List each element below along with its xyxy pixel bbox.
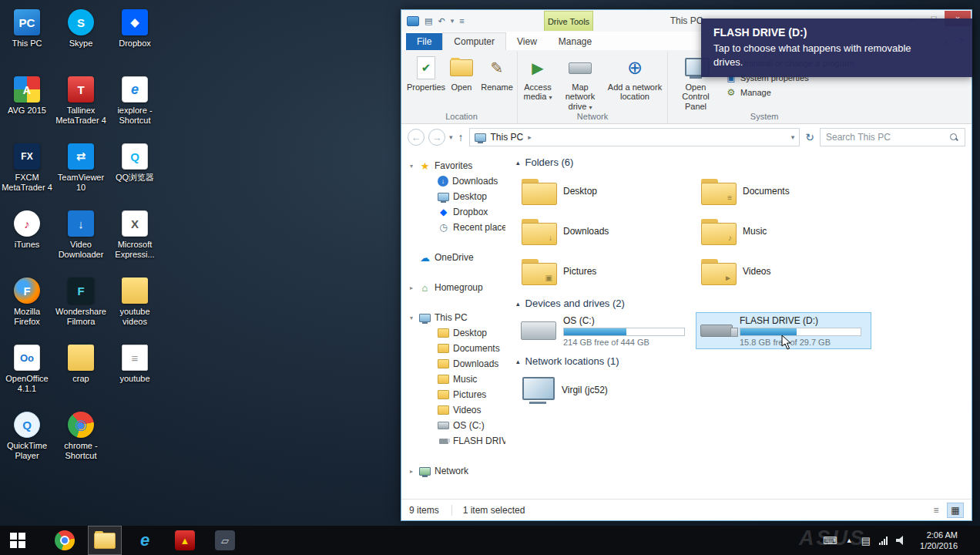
desktop-app-glyph: ◉ xyxy=(75,416,87,433)
nav-item[interactable]: FLASH DRIVE (D xyxy=(401,433,505,449)
desktop-icon[interactable]: e iexplore - Shortcut xyxy=(108,72,162,139)
desktop-icon[interactable]: ↓ Video Downloader xyxy=(54,206,108,273)
taskbar-explorer-button[interactable] xyxy=(88,526,122,555)
desktop-icon[interactable]: crap xyxy=(54,340,108,407)
desktop-icon[interactable]: ⇄ TeamViewer 10 xyxy=(54,139,108,206)
desktop-icon[interactable]: ◆ Dropbox xyxy=(108,5,162,72)
recent-locations-icon[interactable]: ▾ xyxy=(449,133,453,141)
folder-tile[interactable]: ↓ Downloads xyxy=(516,211,692,251)
qat-customize-dropdown-icon[interactable]: ▾ xyxy=(451,17,455,25)
properties-button[interactable]: ✔ Properties xyxy=(408,52,444,92)
folder-tile[interactable]: ≡ Documents xyxy=(696,171,871,211)
search-input[interactable] xyxy=(826,132,945,143)
expander-icon[interactable]: ▾ xyxy=(408,314,415,321)
keyboard-icon[interactable]: ⌨ xyxy=(823,535,837,547)
nav-item[interactable]: Desktop xyxy=(401,325,505,341)
drive-tile[interactable]: OS (C:) 214 GB free of 444 GB xyxy=(516,312,692,349)
nav-item[interactable]: OS (C:) xyxy=(401,418,505,433)
tiles-view-button[interactable]: ▦ xyxy=(947,503,964,518)
taskbar-metatrader-button[interactable]: ▲ xyxy=(168,526,202,555)
display-icon[interactable]: ▤ xyxy=(861,535,871,547)
collapse-group-icon[interactable]: ▴ xyxy=(516,300,520,308)
desktop-icon[interactable]: youtube videos xyxy=(108,273,162,340)
folder-tile[interactable]: Desktop xyxy=(516,171,692,211)
search-icon[interactable] xyxy=(949,133,959,143)
desktop-icon[interactable]: A AVG 2015 xyxy=(0,72,54,139)
taskbar-app-button[interactable]: ▱ xyxy=(208,526,242,555)
desktop-app-icon: ♪ xyxy=(14,210,40,237)
collapse-group-icon[interactable]: ▴ xyxy=(516,159,520,166)
add-network-location-button[interactable]: ⊕ Add a network location xyxy=(605,52,665,102)
up-button[interactable]: ↑ xyxy=(457,131,465,143)
drive-tile[interactable]: FLASH DRIVE (D:) 15.8 GB free of 29.7 GB xyxy=(696,312,871,349)
map-network-drive-button[interactable]: Map network drive ▾ xyxy=(555,52,605,112)
nav-item[interactable]: Documents xyxy=(401,341,505,356)
nav-item[interactable]: ▸ ⌂ Homegroup xyxy=(401,280,505,295)
taskbar-ie-button[interactable]: e xyxy=(128,526,162,555)
collapse-group-icon[interactable]: ▴ xyxy=(516,358,520,365)
desktop-icon[interactable]: Q QQ浏览器 xyxy=(108,139,162,206)
desktop-icon[interactable]: F Wondershare Filmora xyxy=(54,273,108,340)
forward-button[interactable]: → xyxy=(428,129,445,146)
ribbon-tab[interactable]: Manage xyxy=(548,33,602,50)
breadcrumb[interactable]: This PC xyxy=(491,132,524,143)
open-button[interactable]: Open xyxy=(444,52,479,92)
nav-item[interactable]: ☁ OneDrive xyxy=(401,250,505,265)
nav-item[interactable]: ▸ Network xyxy=(401,463,505,479)
nav-item[interactable]: ▾ ★ Favorites xyxy=(401,158,505,173)
ribbon-tab[interactable]: View xyxy=(506,33,548,50)
taskbar-chrome-button[interactable] xyxy=(48,526,82,555)
start-button[interactable] xyxy=(0,526,35,555)
desktop-icon[interactable]: ≡ youtube xyxy=(108,340,162,407)
nav-item[interactable]: ↓ Downloads xyxy=(401,173,505,189)
access-media-button[interactable]: ▶ Access media ▾ xyxy=(520,52,555,102)
nav-item[interactable]: Music xyxy=(401,372,505,387)
desktop-icon[interactable]: ◉ chrome - Shortcut xyxy=(54,407,108,474)
expander-icon[interactable]: ▸ xyxy=(408,284,415,291)
back-button[interactable]: ← xyxy=(408,129,425,146)
taskbar-clock[interactable]: 2:06 AM 1/20/2016 xyxy=(920,530,958,552)
address-field[interactable]: This PC ▸ ▾ xyxy=(469,128,800,146)
nav-item[interactable]: ◷ Recent places xyxy=(401,220,505,235)
desktop-icon[interactable]: FX FXCM MetaTrader 4 xyxy=(0,139,54,206)
group-header-folders[interactable]: ▴ Folders (6) xyxy=(516,156,961,168)
show-hidden-icons-button[interactable]: ▲ xyxy=(846,536,853,544)
nav-item[interactable]: Downloads xyxy=(401,356,505,372)
qat-properties-icon[interactable]: ▤ xyxy=(425,16,432,26)
desktop-icon[interactable]: Oo OpenOffice 4.1.1 xyxy=(0,340,54,407)
expander-icon[interactable]: ▸ xyxy=(408,468,415,475)
desktop-icon[interactable]: F Mozilla Firefox xyxy=(0,273,54,340)
network-icon[interactable] xyxy=(879,536,888,545)
nav-item[interactable]: ◆ Dropbox xyxy=(401,204,505,220)
desktop-icon[interactable]: S Skype xyxy=(54,5,108,72)
nav-item[interactable]: Videos xyxy=(401,402,505,418)
qat-undo-icon[interactable]: ↶ xyxy=(438,16,445,26)
desktop-icon[interactable]: T Tallinex MetaTrader 4 xyxy=(54,72,108,139)
breadcrumb-arrow-icon[interactable]: ▸ xyxy=(528,133,532,141)
details-view-button[interactable]: ≡ xyxy=(928,503,945,518)
desktop-icon[interactable]: Q QuickTime Player xyxy=(0,407,54,474)
group-header-network[interactable]: ▴ Network locations (1) xyxy=(516,355,961,367)
manage-button[interactable]: ⚙ Manage xyxy=(726,87,854,98)
qat-menu-icon[interactable]: ≡ xyxy=(459,16,464,25)
address-dropdown-icon[interactable]: ▾ xyxy=(791,133,795,141)
drive-tools-contextual-tab[interactable]: Drive Tools xyxy=(544,11,593,31)
expander-icon[interactable]: ▾ xyxy=(408,163,415,170)
volume-icon[interactable] xyxy=(896,536,907,545)
folder-tile[interactable]: ♪ Music xyxy=(696,211,871,251)
nav-item[interactable]: ▾ This PC xyxy=(401,310,505,325)
desktop-icon[interactable]: ♪ iTunes xyxy=(0,206,54,273)
group-header-devices[interactable]: ▴ Devices and drives (2) xyxy=(516,298,961,309)
removable-drive-notification[interactable]: FLASH DRIVE (D:) Tap to choose what happ… xyxy=(701,18,972,77)
folder-tile[interactable]: ► Videos xyxy=(696,251,871,291)
rename-button[interactable]: ✎ Rename xyxy=(479,52,515,92)
refresh-icon[interactable]: ↻ xyxy=(804,131,816,143)
ribbon-tab[interactable]: File xyxy=(406,33,442,50)
network-location-tile[interactable]: Virgil (jc52) xyxy=(516,370,692,410)
nav-item[interactable]: Pictures xyxy=(401,387,505,402)
nav-item[interactable]: Desktop xyxy=(401,189,505,204)
desktop-icon[interactable]: PC This PC xyxy=(0,5,54,72)
folder-tile[interactable]: ▣ Pictures xyxy=(516,251,692,291)
ribbon-tab[interactable]: Computer xyxy=(442,32,506,50)
desktop-icon[interactable]: X Microsoft Expressi... xyxy=(108,206,162,273)
